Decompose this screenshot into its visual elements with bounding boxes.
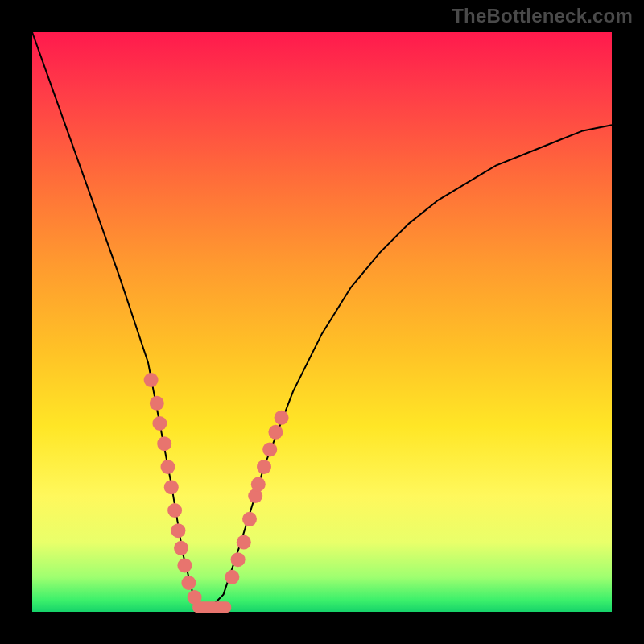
curve-layer	[32, 32, 612, 612]
highlight-dot	[237, 535, 251, 550]
highlight-dot	[275, 411, 289, 425]
plot-area	[32, 32, 612, 612]
highlight-dot	[167, 503, 182, 518]
highlight-dot	[144, 373, 159, 387]
bottleneck-curve	[32, 32, 612, 612]
highlight-dot	[262, 442, 277, 456]
highlight-dot	[257, 460, 271, 474]
highlight-dot	[242, 512, 257, 526]
highlight-dot	[174, 541, 188, 555]
highlight-dot	[251, 477, 266, 492]
highlight-dot	[231, 552, 246, 567]
baseline-pill	[192, 601, 231, 613]
highlight-dot	[181, 576, 196, 590]
highlight-dot	[171, 523, 185, 538]
highlight-dot	[161, 460, 175, 474]
highlight-dot	[177, 558, 192, 572]
highlight-dot	[157, 436, 171, 451]
highlight-dot	[225, 570, 239, 584]
highlight-dot	[150, 396, 164, 411]
watermark-text: TheBottleneck.com	[452, 5, 633, 27]
highlight-dot	[268, 425, 283, 440]
highlight-dots	[144, 373, 289, 605]
highlight-dot	[152, 416, 167, 431]
chart-frame: TheBottleneck.com	[0, 0, 644, 644]
highlight-dot	[164, 480, 179, 494]
